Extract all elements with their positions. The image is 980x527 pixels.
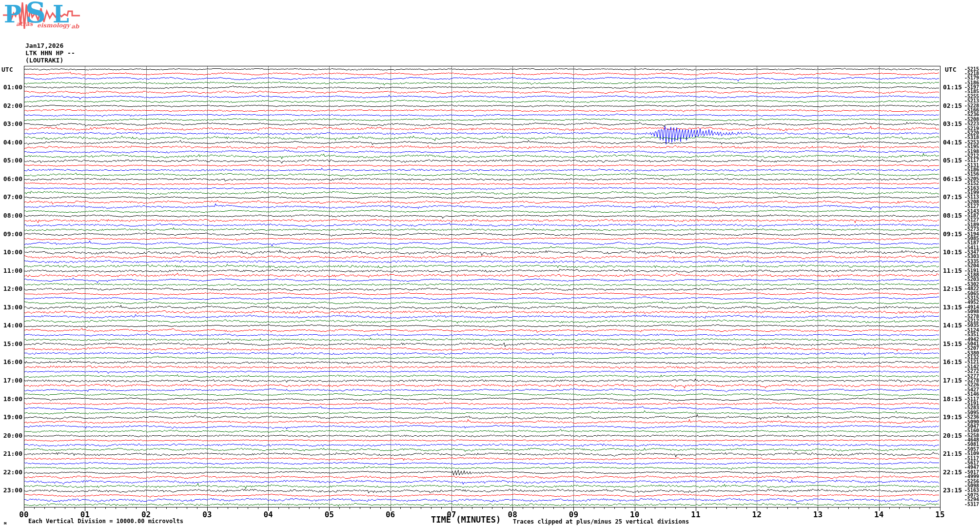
scale-note: Each Vertical Division = 10000.00 microv… xyxy=(28,518,183,524)
left-time-label: 17:00 xyxy=(1,377,22,384)
x-tick-label: 05 xyxy=(325,511,334,519)
left-time-label: 03:00 xyxy=(1,121,22,127)
left-time-label: 14:00 xyxy=(1,322,22,328)
left-time-label: 07:00 xyxy=(1,194,22,200)
right-time-label: 05:15 xyxy=(943,157,962,163)
right-time-label: 21:15 xyxy=(943,450,962,457)
x-tick-label: 03 xyxy=(202,511,212,519)
x-axis-title: TIME (MINUTES) xyxy=(431,516,501,524)
right-time-label: 17:15 xyxy=(943,377,962,384)
right-time-label: 03:15 xyxy=(943,121,962,127)
right-time-label: 15:15 xyxy=(943,341,962,347)
header-date: Jan17,2026 xyxy=(25,42,75,49)
right-time-label: 10:15 xyxy=(943,249,962,255)
right-time-label: 08:15 xyxy=(943,212,962,219)
right-time-label: 14:15 xyxy=(943,322,962,328)
left-time-label: 08:00 xyxy=(1,212,22,219)
utc-label-right: UTC xyxy=(945,66,956,73)
x-tick-label: 00 xyxy=(19,511,28,519)
x-tick-label: 12 xyxy=(752,511,762,519)
right-time-label: 11:15 xyxy=(943,267,962,274)
right-time-label: 22:15 xyxy=(943,469,962,475)
left-time-label: 02:00 xyxy=(1,102,22,109)
left-time-label: 04:00 xyxy=(1,139,22,145)
x-tick-label: 06 xyxy=(386,511,395,519)
clip-note: Traces clipped at plus/minus 25 vertical… xyxy=(513,519,689,525)
x-tick-label: 13 xyxy=(813,511,823,519)
logo-word-seismology: eismology xyxy=(37,22,70,28)
right-time-label: 13:15 xyxy=(943,304,962,310)
corner-artifact-glyph: м xyxy=(4,520,6,526)
helicorder-canvas xyxy=(0,0,980,527)
right-time-label: 12:15 xyxy=(943,285,962,292)
right-time-label: 20:15 xyxy=(943,432,962,439)
right-time-label: 16:15 xyxy=(943,359,962,365)
left-time-label: 12:00 xyxy=(1,285,22,292)
right-time-label: 01:15 xyxy=(943,84,962,90)
utc-label-left: UTC xyxy=(1,66,13,73)
right-time-label: 19:15 xyxy=(943,414,962,420)
left-time-label: 23:00 xyxy=(1,487,22,493)
header-station: LTK HHN HP -- xyxy=(25,49,75,57)
right-time-label: 23:15 xyxy=(943,487,962,493)
left-time-label: 18:00 xyxy=(1,396,22,402)
right-time-label: 09:15 xyxy=(943,231,962,237)
psl-logo: P S L atras eismology ab xyxy=(3,0,86,32)
x-tick-label: 04 xyxy=(263,511,273,519)
helicorder-page: P S L atras eismology ab Jan17,2026 LTK … xyxy=(0,0,980,527)
right-time-label: 06:15 xyxy=(943,176,962,182)
right-time-label: 02:15 xyxy=(943,102,962,109)
right-time-label: 18:15 xyxy=(943,396,962,402)
left-time-label: 21:00 xyxy=(1,450,22,457)
x-tick-label: 11 xyxy=(691,511,700,519)
header-block: Jan17,2026 LTK HHN HP -- (LOUTRAKI) xyxy=(25,42,75,64)
x-tick-label: 10 xyxy=(630,511,639,519)
trace-value-label: -5317 xyxy=(964,502,979,507)
left-time-label: 09:00 xyxy=(1,231,22,237)
left-time-label: 05:00 xyxy=(1,157,22,163)
left-time-label: 22:00 xyxy=(1,469,22,475)
left-time-label: 19:00 xyxy=(1,414,22,420)
x-tick-label: 08 xyxy=(508,511,517,519)
x-tick-label: 14 xyxy=(874,511,883,519)
right-time-label: 04:15 xyxy=(943,139,962,145)
left-time-label: 13:00 xyxy=(1,304,22,310)
left-time-label: 11:00 xyxy=(1,267,22,274)
x-tick-label: 15 xyxy=(935,511,944,519)
left-time-label: 06:00 xyxy=(1,176,22,182)
right-time-label: 07:15 xyxy=(943,194,962,200)
left-time-label: 15:00 xyxy=(1,341,22,347)
x-tick-label: 09 xyxy=(569,511,578,519)
left-time-label: 16:00 xyxy=(1,359,22,365)
left-time-label: 01:00 xyxy=(1,84,22,90)
left-time-label: 20:00 xyxy=(1,432,22,439)
left-time-label: 10:00 xyxy=(1,249,22,255)
header-location: (LOUTRAKI) xyxy=(25,57,75,64)
logo-word-lab: ab xyxy=(71,23,79,29)
logo-word-patras: atras xyxy=(16,21,33,27)
